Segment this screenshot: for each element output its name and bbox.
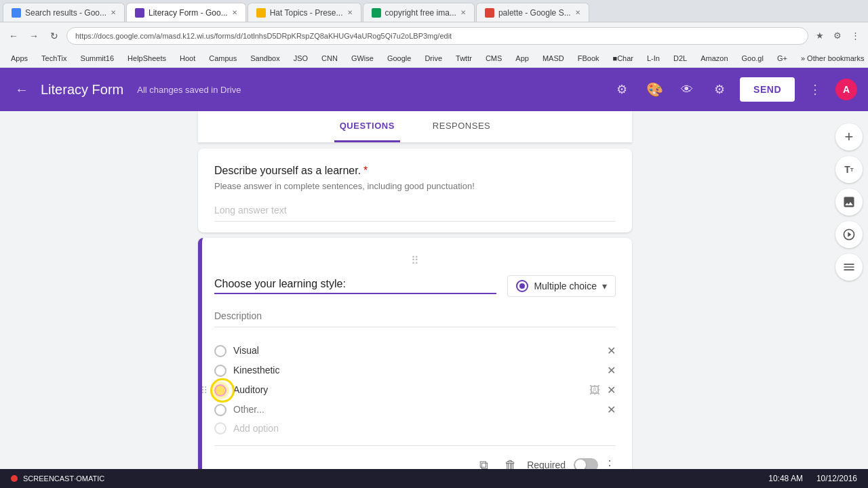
previous-question-card: Describe yourself as a learner.* Please … xyxy=(198,148,632,232)
image-icon-auditory[interactable]: 🖼 xyxy=(589,384,600,396)
forward-button[interactable]: → xyxy=(26,28,42,44)
tab-responses[interactable]: RESPONSES xyxy=(427,111,496,142)
bookmark-summit[interactable]: Summit16 xyxy=(75,53,120,64)
option-radio-visual[interactable] xyxy=(214,345,226,357)
menu-icon[interactable]: ⋮ xyxy=(848,28,863,43)
add-option-button[interactable]: Add option xyxy=(233,423,279,434)
user-avatar[interactable]: A xyxy=(835,79,857,100)
bookmarks-bar: Apps TechTix Summit16 HelpSheets Hoot Ca… xyxy=(0,49,868,68)
bookmark-helpsheets[interactable]: HelpSheets xyxy=(122,53,172,64)
tab-favicon-search xyxy=(12,8,21,18)
option-label-other[interactable]: Other... xyxy=(233,403,600,417)
palette-icon[interactable]: 🎨 xyxy=(642,77,667,102)
add-section-button[interactable] xyxy=(835,253,863,281)
type-selector-chevron: ▾ xyxy=(602,281,607,291)
bookmark-twttr[interactable]: Twttr xyxy=(450,53,477,64)
bookmark-gplus[interactable]: G+ xyxy=(772,53,793,64)
add-option-radio xyxy=(214,422,226,434)
add-question-button[interactable]: + xyxy=(835,123,863,150)
bookmark-cms[interactable]: CMS xyxy=(480,53,507,64)
description-input[interactable] xyxy=(214,305,616,327)
option-radio-other[interactable] xyxy=(214,404,226,416)
back-button[interactable]: ← xyxy=(5,28,22,44)
extension-icon[interactable]: ⚙ xyxy=(830,28,845,43)
status-bar: SCREENCAST·OMATIC 10:48 AM 10/12/2016 xyxy=(0,469,868,488)
send-button[interactable]: SEND xyxy=(740,77,795,102)
tab-hat[interactable]: Hat Topics - Prese... ✕ xyxy=(248,3,361,22)
bookmark-drive[interactable]: Drive xyxy=(419,53,448,64)
option-visual: Visual ✕ xyxy=(214,344,616,358)
bookmark-hoot[interactable]: Hoot xyxy=(174,53,201,64)
saved-status: All changes saved in Drive xyxy=(137,85,241,95)
bookmark-cnn[interactable]: CNN xyxy=(316,53,343,64)
add-image-button[interactable] xyxy=(835,188,863,216)
bookmark-google[interactable]: Google xyxy=(382,53,416,64)
tab-copyright[interactable]: copyright free ima... ✕ xyxy=(363,3,475,22)
multiple-choice-dot-inner xyxy=(519,283,525,289)
bookmark-jso[interactable]: JSO xyxy=(288,53,313,64)
main-content: QUESTIONS RESPONSES Describe yourself as… xyxy=(0,111,868,488)
bookmark-campus[interactable]: Campus xyxy=(203,53,242,64)
option-label-visual[interactable]: Visual xyxy=(233,344,600,358)
tab-label-search: Search results - Goo... xyxy=(25,8,106,18)
clock: 10:48 AM xyxy=(768,474,803,483)
tab-questions[interactable]: QUESTIONS xyxy=(334,111,400,142)
tab-close-copyright[interactable]: ✕ xyxy=(460,9,466,16)
tab-form[interactable]: Literacy Form - Goo... ✕ xyxy=(126,3,246,22)
bookmark-char[interactable]: ■Char xyxy=(608,53,639,64)
bookmark-other[interactable]: » Other bookmarks xyxy=(795,53,868,64)
previous-question-text: Describe yourself as a learner.* xyxy=(214,165,616,177)
bookmark-icon[interactable]: ★ xyxy=(812,28,827,43)
question-title-input[interactable] xyxy=(214,275,496,294)
add-title-button[interactable]: TT xyxy=(835,156,863,183)
more-options-button[interactable]: ⋮ xyxy=(803,77,827,102)
tab-close-form[interactable]: ✕ xyxy=(232,9,237,16)
bookmark-techtix[interactable]: TechTix xyxy=(36,53,73,64)
remove-visual-icon[interactable]: ✕ xyxy=(607,344,616,357)
bookmark-d2l[interactable]: D2L xyxy=(668,53,692,64)
type-selector[interactable]: Multiple choice ▾ xyxy=(507,275,616,297)
settings-icon[interactable]: ⚙ xyxy=(707,77,732,102)
bookmark-app[interactable]: App xyxy=(510,53,534,64)
tab-favicon-copyright xyxy=(372,8,381,18)
bookmark-gwise[interactable]: GWise xyxy=(346,53,379,64)
add-option-row: Add option xyxy=(214,422,616,434)
back-to-drive-button[interactable]: ← xyxy=(11,79,33,100)
tab-label-copyright: copyright free ima... xyxy=(385,8,456,18)
tab-close-palette[interactable]: ✕ xyxy=(575,9,580,16)
remove-other-icon[interactable]: ✕ xyxy=(607,403,616,416)
bookmark-sandbox[interactable]: Sandbox xyxy=(245,53,285,64)
browser-toolbar: ← → ↻ https://docs.google.com/a/masd.k12… xyxy=(0,22,868,49)
tab-search[interactable]: Search results - Goo... ✕ xyxy=(3,3,125,22)
toolbar-icons: ★ ⚙ ⋮ xyxy=(812,28,863,43)
option-radio-kinesthetic[interactable] xyxy=(214,365,226,377)
browser-chrome: Search results - Goo... ✕ Literacy Form … xyxy=(0,0,868,49)
option-label-auditory[interactable]: Auditory xyxy=(233,383,583,397)
tab-label-palette: palette - Google S... xyxy=(498,8,571,18)
refresh-button[interactable]: ↻ xyxy=(46,28,62,44)
form-editor: QUESTIONS RESPONSES Describe yourself as… xyxy=(0,111,830,488)
bookmark-apps[interactable]: Apps xyxy=(5,53,33,64)
preview-icon[interactable]: 👁 xyxy=(675,77,699,102)
add-video-button[interactable] xyxy=(835,221,863,248)
remove-kinesthetic-icon[interactable]: ✕ xyxy=(607,364,616,377)
option-label-kinesthetic[interactable]: Kinesthetic xyxy=(233,363,600,378)
drag-handle-auditory[interactable]: ⠿ xyxy=(201,385,208,396)
app-bar: ← Literacy Form All changes saved in Dri… xyxy=(0,68,868,111)
tab-label-form: Literacy Form - Goo... xyxy=(149,8,228,18)
bookmark-masd[interactable]: MASD xyxy=(537,53,570,64)
card-drag-handle-top[interactable]: ⠿ xyxy=(214,254,616,267)
tab-favicon-palette xyxy=(485,8,494,18)
tab-palette[interactable]: palette - Google S... ✕ xyxy=(476,3,589,22)
bookmark-fbook[interactable]: FBook xyxy=(572,53,605,64)
remove-auditory-icon[interactable]: ✕ xyxy=(607,384,616,396)
bookmark-amazon[interactable]: Amazon xyxy=(695,53,733,64)
option-radio-auditory[interactable] xyxy=(214,384,226,396)
bookmark-googl[interactable]: Goo.gl xyxy=(736,53,769,64)
bookmark-lin[interactable]: L-In xyxy=(642,53,665,64)
tab-close-hat[interactable]: ✕ xyxy=(347,9,353,16)
customize-icon[interactable]: ⚙ xyxy=(610,77,634,102)
option-other: Other... ✕ xyxy=(214,403,616,417)
tab-close-search[interactable]: ✕ xyxy=(111,9,116,16)
address-bar[interactable]: https://docs.google.com/a/masd.k12.wi.us… xyxy=(66,27,808,45)
